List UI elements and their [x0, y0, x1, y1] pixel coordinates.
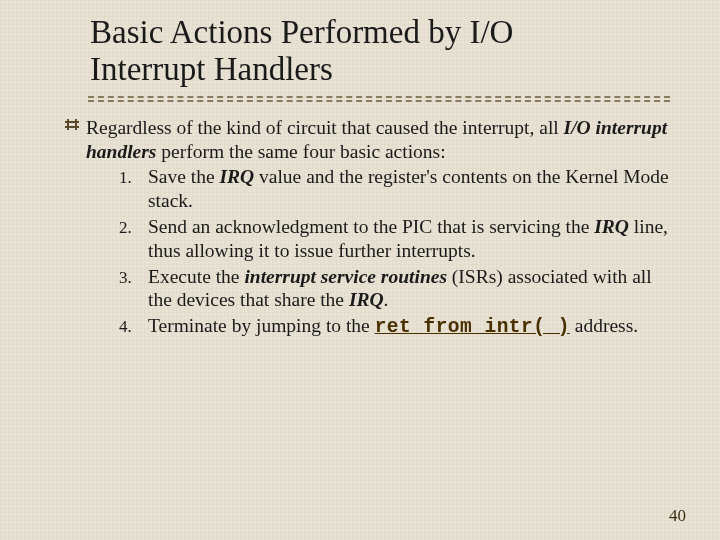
s4b: address. [570, 315, 638, 336]
title-line-1: Basic Actions Performed by I/O [90, 14, 513, 50]
slide-title: Basic Actions Performed by I/O Interrupt… [90, 14, 670, 88]
s3-irq: IRQ [349, 289, 384, 310]
lead-paragraph: Regardless of the kind of circuit that c… [86, 116, 670, 164]
s3-isr: interrupt service routines [244, 266, 447, 287]
s3a: Execute the [148, 266, 244, 287]
s2-irq: IRQ [594, 216, 629, 237]
s4-ret: ret_from_intr( ) [375, 316, 570, 338]
steps-list: Save the IRQ value and the register's co… [90, 165, 670, 339]
step-2: Send an acknowledgment to the PIC that i… [136, 215, 670, 263]
page-number: 40 [669, 506, 686, 526]
title-line-2: Interrupt Handlers [90, 51, 333, 87]
s1-irq: IRQ [219, 166, 254, 187]
s2a: Send an acknowledgment to the PIC that i… [148, 216, 594, 237]
step-4: Terminate by jumping to the ret_from_int… [136, 314, 670, 340]
step-1: Save the IRQ value and the register's co… [136, 165, 670, 213]
s3c: . [384, 289, 389, 310]
body-content: Regardless of the kind of circuit that c… [90, 116, 670, 340]
s4a: Terminate by jumping to the [148, 315, 375, 336]
s1a: Save the [148, 166, 219, 187]
bullet-icon [58, 118, 86, 132]
lead-pre: Regardless of the kind of circuit that c… [86, 117, 564, 138]
lead-post: perform the same four basic actions: [156, 141, 445, 162]
title-divider [88, 96, 670, 104]
step-3: Execute the interrupt service routines (… [136, 265, 670, 313]
